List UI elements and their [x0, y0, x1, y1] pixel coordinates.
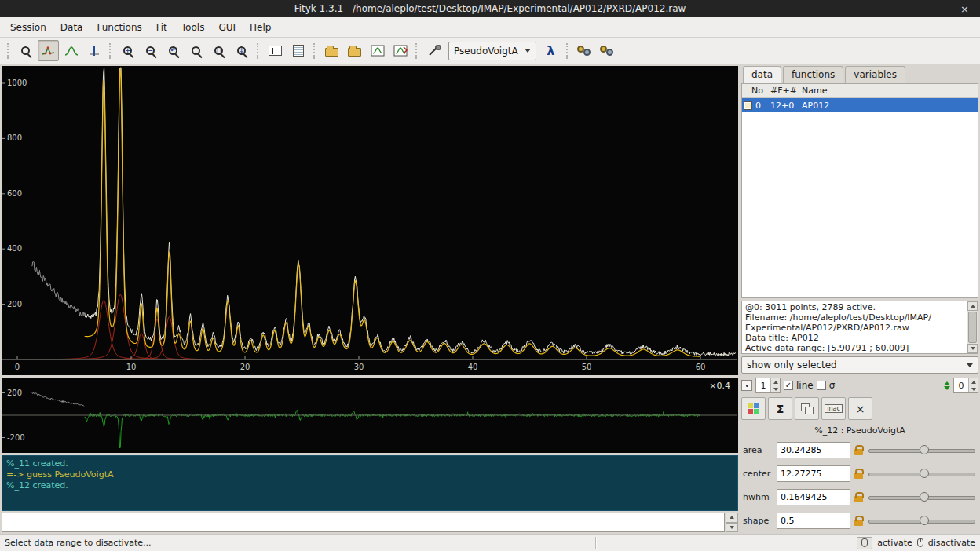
show-inactive-button[interactable]: inac — [821, 397, 846, 420]
delete-dataset-button[interactable]: × — [848, 397, 872, 420]
sidebar-tabs: data functions variables — [741, 66, 978, 83]
menu-data[interactable]: Data — [53, 19, 90, 36]
tab-functions[interactable]: functions — [783, 66, 843, 83]
menu-functions[interactable]: Functions — [90, 19, 148, 36]
show-filter-dropdown[interactable]: show only selected — [741, 356, 978, 374]
dataset-table: No #F+# Name 0 12+0 AP012 — [741, 83, 978, 298]
output-console[interactable]: %_11 created. =-> guess PseudoVoigtA %_1… — [2, 455, 738, 511]
peak-curve-icon — [64, 46, 79, 57]
function-type-dropdown[interactable]: PseudoVoigtA — [448, 42, 536, 60]
param-hwhm-input[interactable] — [777, 489, 850, 505]
param-hwhm-slider[interactable] — [867, 491, 977, 503]
param-shape-slider[interactable] — [867, 514, 977, 527]
mouse-icon — [861, 538, 868, 547]
zoom-mode-button[interactable] — [15, 40, 36, 61]
line-checkbox[interactable]: ✓ — [784, 381, 793, 390]
slider-thumb[interactable] — [920, 492, 929, 502]
command-input-row — [2, 513, 738, 532]
menu-tools[interactable]: Tools — [174, 19, 212, 36]
menu-gui[interactable]: GUI — [211, 19, 243, 36]
main-plot-canvas[interactable]: 01020304050602004006008001000 — [2, 66, 737, 375]
sheets-icon — [801, 403, 814, 414]
scroll-down-button[interactable] — [967, 344, 978, 353]
command-input[interactable] — [2, 513, 725, 532]
slider-thumb[interactable] — [920, 469, 929, 478]
open-folder-plus-icon — [348, 48, 361, 57]
param-label: area — [743, 445, 773, 455]
guess-peak-button[interactable]: λ — [540, 40, 561, 61]
scroll-up-button[interactable] — [967, 301, 978, 311]
run-fit-button[interactable] — [423, 40, 444, 61]
execute-script-button[interactable] — [574, 40, 595, 61]
svg-text:400: 400 — [7, 244, 22, 253]
add-peak-mode-button[interactable] — [60, 40, 82, 61]
session-settings-button[interactable] — [597, 40, 618, 61]
menu-session[interactable]: Session — [3, 19, 53, 36]
vertical-line-icon — [87, 46, 101, 57]
zoom-out-button[interactable]: − — [140, 40, 161, 61]
param-shape-input[interactable] — [777, 513, 850, 529]
color-grid-icon — [748, 403, 759, 414]
auxiliary-plot[interactable]: 200-200×0.4 — [2, 378, 738, 453]
history-up-button[interactable] — [726, 513, 738, 523]
dataset-row[interactable]: 0 12+0 AP012 — [742, 98, 978, 112]
copy-plot-button[interactable] — [367, 40, 388, 61]
shift-value: 0 — [954, 378, 968, 392]
unlock-icon[interactable] — [854, 520, 863, 526]
unlock-icon[interactable] — [854, 449, 863, 455]
toolbar-separator — [109, 43, 112, 59]
open-data-button[interactable] — [321, 40, 342, 61]
tab-variables[interactable]: variables — [845, 66, 905, 83]
param-center-slider[interactable] — [867, 467, 977, 480]
line-checkbox-label: line — [796, 380, 814, 391]
auxiliary-plot-canvas[interactable]: 200-200×0.4 — [2, 378, 737, 453]
zoom-vertical-fit-button[interactable]: ↕ — [231, 40, 252, 61]
up-arrow-icon — [971, 305, 975, 308]
point-size-spinner[interactable]: 1 — [755, 378, 781, 393]
show-filter-value: show only selected — [747, 359, 837, 370]
param-center-input[interactable] — [777, 465, 850, 482]
titlebar: Fityk 1.3.1 - /home/aleplo/test/Desktop/… — [0, 0, 980, 17]
zoom-previous-button[interactable]: ↶ — [163, 40, 184, 61]
script-editor-button[interactable] — [287, 40, 309, 61]
menu-fit[interactable]: Fit — [149, 19, 174, 36]
param-area-slider[interactable] — [867, 443, 977, 456]
info-scrollbar[interactable] — [967, 301, 978, 353]
svg-text:600: 600 — [7, 189, 22, 198]
main-plot[interactable]: 01020304050602004006008001000 — [2, 66, 738, 375]
sigma-checkbox[interactable] — [817, 381, 826, 390]
dataset-checkbox[interactable] — [744, 101, 752, 110]
shift-spinner[interactable]: 0 — [953, 378, 978, 393]
slider-thumb[interactable] — [920, 445, 929, 454]
menu-help[interactable]: Help — [243, 19, 278, 36]
scrollbar-thumb[interactable] — [968, 312, 977, 343]
sum-datasets-button[interactable]: Σ — [768, 397, 792, 420]
mouse-hint-button[interactable] — [857, 537, 872, 549]
up-arrow-icon — [730, 516, 734, 519]
open-data-options-button[interactable] — [344, 40, 365, 61]
svg-text:20: 20 — [240, 363, 250, 371]
zoom-selection-button[interactable]: ◻ — [208, 40, 229, 61]
save-image-button[interactable] — [389, 40, 411, 61]
sidebar: data functions variables No #F+# Name 0 … — [741, 66, 978, 532]
vertical-line-mode-button[interactable] — [83, 40, 104, 61]
slider-thumb[interactable] — [920, 516, 929, 525]
data-range-mode-button[interactable] — [38, 40, 59, 61]
unlock-icon[interactable] — [854, 473, 863, 479]
zoom-all-button[interactable] — [185, 40, 207, 61]
close-button[interactable]: × — [957, 0, 972, 17]
toolbar: + − ↶ ◻ ↕ — [0, 38, 980, 64]
unlock-icon[interactable] — [854, 496, 863, 502]
sigma-checkbox-label: σ — [829, 380, 836, 391]
up-arrow-icon — [773, 381, 778, 384]
color-grid-button[interactable] — [741, 397, 766, 420]
history-down-button[interactable] — [726, 523, 738, 533]
info-line: @0: 3011 points, 2789 active. — [745, 302, 965, 312]
window-title: Fityk 1.3.1 - /home/aleplo/test/Desktop/… — [294, 3, 686, 14]
edit-command-button[interactable] — [265, 40, 286, 61]
fityk-window: Fityk 1.3.1 - /home/aleplo/test/Desktop/… — [0, 0, 980, 551]
tab-data[interactable]: data — [743, 66, 781, 83]
param-area-input[interactable] — [777, 442, 850, 458]
duplicate-dataset-button[interactable] — [795, 397, 819, 420]
zoom-in-button[interactable]: + — [117, 40, 138, 61]
